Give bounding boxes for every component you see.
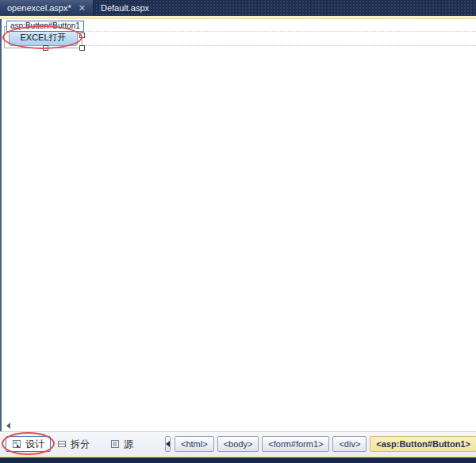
split-view-button[interactable]: 拆分 — [51, 436, 96, 452]
tag-breadcrumb: <html> <body> <form#form1> <div> <asp:Bu… — [175, 436, 476, 452]
tab-openexcel[interactable]: openexcel.aspx* ✕ — [0, 0, 94, 16]
resize-handle-bottom[interactable] — [43, 45, 48, 51]
breadcrumb-body[interactable]: <body> — [217, 436, 259, 452]
design-view-icon — [12, 439, 21, 449]
bottom-panel: 设计 拆分 源 <html> <body> <fo — [0, 431, 476, 456]
tab-default-label: Default.aspx — [101, 3, 149, 13]
breadcrumb-html[interactable]: <html> — [175, 436, 214, 452]
close-icon[interactable]: ✕ — [79, 4, 86, 13]
resize-handle-bottom-right[interactable] — [79, 45, 85, 51]
control-tag-label: asp:Button#Button1 — [6, 21, 84, 32]
design-view-button[interactable]: 设计 — [6, 436, 51, 452]
vs-designer-window: openexcel.aspx* ✕ Default.aspx asp:Butto… — [0, 0, 476, 463]
source-view-button[interactable]: 源 — [104, 436, 140, 452]
breadcrumb-asp-button[interactable]: <asp:Button#Button1> — [370, 436, 476, 452]
source-view-label: 源 — [124, 438, 133, 451]
left-arrow-icon — [166, 441, 170, 447]
scroll-left-arrow-icon — [6, 423, 10, 429]
split-view-icon — [57, 439, 67, 449]
breadcrumb-form[interactable]: <form#form1> — [262, 436, 329, 452]
tab-default[interactable]: Default.aspx — [94, 0, 156, 16]
breadcrumb-scroll-left-button[interactable] — [165, 436, 171, 452]
tab-openexcel-label: openexcel.aspx* — [7, 3, 71, 13]
design-surface[interactable]: asp:Button#Button1 EXCEL打开 — [0, 19, 476, 431]
source-view-icon — [110, 439, 120, 449]
document-tab-bar: openexcel.aspx* ✕ Default.aspx — [0, 0, 476, 16]
excel-open-button[interactable]: EXCEL打开 — [9, 29, 78, 46]
layout-guide-line-bottom — [86, 45, 476, 46]
resize-handle-right[interactable] — [79, 33, 85, 38]
split-view-label: 拆分 — [71, 438, 90, 451]
layout-guide-line-top — [86, 31, 476, 32]
breadcrumb-div[interactable]: <div> — [332, 436, 367, 452]
statusbar — [0, 457, 476, 463]
design-view-label: 设计 — [25, 438, 44, 451]
